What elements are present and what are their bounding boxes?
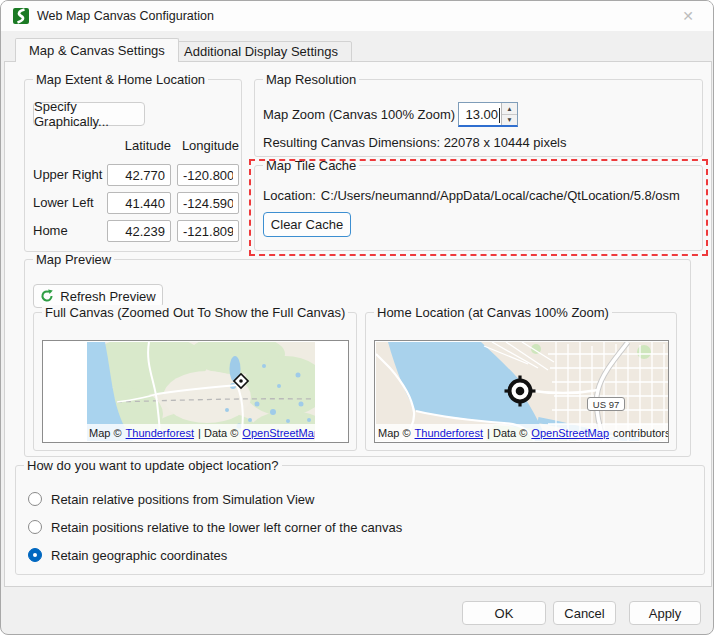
spin-down-icon[interactable]: ▼ bbox=[502, 115, 517, 126]
home-location-map[interactable]: US 97 Map © Thunderforest | Data © OpenS… bbox=[374, 340, 669, 443]
window-title: Web Map Canvas Configuration bbox=[37, 9, 671, 23]
map-preview-group: Map Preview Refresh Preview Full Canvas … bbox=[24, 259, 691, 457]
home-latitude-input[interactable] bbox=[107, 220, 171, 242]
map-attribution: Map © Thunderforest | Data © OpenStreetM… bbox=[376, 424, 669, 441]
clear-cache-button[interactable]: Clear Cache bbox=[263, 212, 351, 237]
home-longitude-input[interactable] bbox=[177, 220, 239, 242]
radio-option-1[interactable]: Retain positions relative to the lower l… bbox=[28, 518, 402, 536]
text-caret bbox=[499, 108, 500, 123]
group-title: Map Preview bbox=[33, 252, 114, 267]
map-zoom-label: Map Zoom (Canvas 100% Zoom) bbox=[263, 107, 455, 122]
radio-label: Retain relative positions from Simulatio… bbox=[51, 492, 315, 507]
lower-left-longitude-input[interactable] bbox=[177, 192, 239, 214]
attribution-text: | Data © bbox=[487, 427, 527, 439]
home-location-subgroup: Home Location (at Canvas 100% Zoom) bbox=[365, 312, 677, 451]
group-title: How do you want to update object locatio… bbox=[24, 458, 282, 473]
latitude-column-header: Latitude bbox=[105, 138, 171, 153]
titlebar: Web Map Canvas Configuration ✕ bbox=[1, 1, 713, 31]
group-title: Home Location (at Canvas 100% Zoom) bbox=[374, 305, 612, 320]
home-label: Home bbox=[33, 223, 68, 238]
map-attribution: Map © Thunderforest | Data © OpenStreetM… bbox=[87, 424, 315, 441]
tab-label: Map & Canvas Settings bbox=[29, 43, 165, 58]
tab-additional-display-settings[interactable]: Additional Display Settings bbox=[170, 41, 352, 62]
close-icon[interactable]: ✕ bbox=[671, 2, 705, 30]
upper-right-label: Upper Right bbox=[33, 167, 102, 182]
group-title: Map Resolution bbox=[263, 72, 359, 87]
refresh-icon bbox=[40, 289, 54, 303]
longitude-column-header: Longitude bbox=[177, 138, 239, 153]
spinbox-arrows: ▲ ▼ bbox=[501, 103, 517, 125]
cache-location-path: C:/Users/neumannd/AppData/Local/cache/Qt… bbox=[321, 188, 680, 203]
group-title: Map Tile Cache bbox=[263, 158, 359, 173]
openstreetmap-link[interactable]: OpenStreetMap bbox=[531, 427, 609, 439]
attribution-text: contributors bbox=[613, 427, 669, 439]
attribution-text: | Data © bbox=[198, 427, 238, 439]
button-label: Clear Cache bbox=[271, 217, 343, 232]
attribution-text: Map © bbox=[378, 427, 411, 439]
group-title: Map Extent & Home Location bbox=[33, 72, 208, 87]
full-canvas-map[interactable]: Map © Thunderforest | Data © OpenStreetM… bbox=[42, 340, 349, 443]
radio-circle[interactable] bbox=[28, 492, 42, 506]
tab-map-canvas-settings[interactable]: Map & Canvas Settings bbox=[15, 38, 179, 62]
apply-button[interactable]: Apply bbox=[629, 601, 701, 625]
button-label: OK bbox=[495, 606, 514, 621]
cancel-button[interactable]: Cancel bbox=[553, 601, 616, 625]
upper-right-longitude-input[interactable] bbox=[177, 164, 239, 186]
cache-location-label: Location: bbox=[263, 188, 316, 203]
spin-up-icon[interactable]: ▲ bbox=[502, 103, 517, 115]
radio-option-0[interactable]: Retain relative positions from Simulatio… bbox=[28, 490, 315, 508]
thunderforest-link[interactable]: Thunderforest bbox=[415, 427, 483, 439]
openstreetmap-link[interactable]: OpenStreetMap bbox=[242, 427, 315, 439]
canvas-dimensions-text: Resulting Canvas Dimensions: 22078 x 104… bbox=[263, 135, 567, 150]
attribution-text: Map © bbox=[89, 427, 122, 439]
map-resolution-group: Map Resolution Map Zoom (Canvas 100% Zoo… bbox=[254, 79, 703, 157]
thunderforest-link[interactable]: Thunderforest bbox=[126, 427, 194, 439]
update-location-group: How do you want to update object locatio… bbox=[15, 465, 705, 575]
radio-label: Retain geographic coordinates bbox=[51, 548, 227, 563]
full-canvas-subgroup: Full Canvas (Zoomed Out To Show the Full… bbox=[33, 312, 357, 451]
radio-circle[interactable] bbox=[28, 520, 42, 534]
radio-option-2[interactable]: Retain geographic coordinates bbox=[28, 546, 227, 564]
button-label: Refresh Preview bbox=[60, 289, 155, 304]
specify-graphically-button[interactable]: Specify Graphically... bbox=[33, 102, 145, 126]
app-logo-icon bbox=[13, 8, 29, 24]
tab-label: Additional Display Settings bbox=[184, 44, 338, 59]
radio-label: Retain positions relative to the lower l… bbox=[51, 520, 402, 535]
button-label: Apply bbox=[649, 606, 682, 621]
map-extent-group: Map Extent & Home Location Specify Graph… bbox=[24, 79, 242, 252]
upper-right-latitude-input[interactable] bbox=[107, 164, 171, 186]
group-title: Full Canvas (Zoomed Out To Show the Full… bbox=[42, 305, 348, 320]
ok-button[interactable]: OK bbox=[462, 601, 546, 625]
button-label: Cancel bbox=[564, 606, 604, 621]
spinbox-value: 13.00 bbox=[459, 103, 499, 125]
lower-left-latitude-input[interactable] bbox=[107, 192, 171, 214]
button-label: Specify Graphically... bbox=[34, 99, 144, 129]
tab-pane: Map Extent & Home Location Specify Graph… bbox=[4, 61, 712, 587]
radio-circle[interactable] bbox=[28, 548, 42, 562]
web-map-canvas-configuration-dialog: Web Map Canvas Configuration ✕ Map & Can… bbox=[0, 0, 714, 635]
map-zoom-spinbox[interactable]: 13.00 ▲ ▼ bbox=[458, 102, 518, 127]
us97-road-shield: US 97 bbox=[587, 397, 625, 411]
lower-left-label: Lower Left bbox=[33, 195, 94, 210]
map-tile-cache-group: Map Tile Cache Location: C:/Users/neuman… bbox=[254, 165, 703, 251]
